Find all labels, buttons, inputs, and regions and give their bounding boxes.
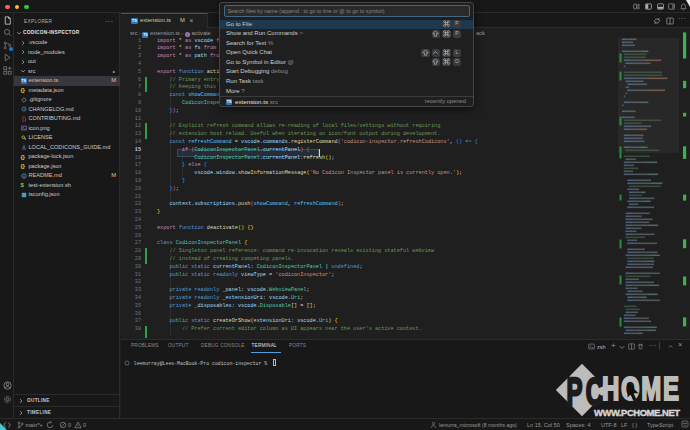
svg-text:HOME: HOME [602,371,679,407]
svg-text:WWW.PCHOME.NET: WWW.PCHOME.NET [594,407,680,418]
